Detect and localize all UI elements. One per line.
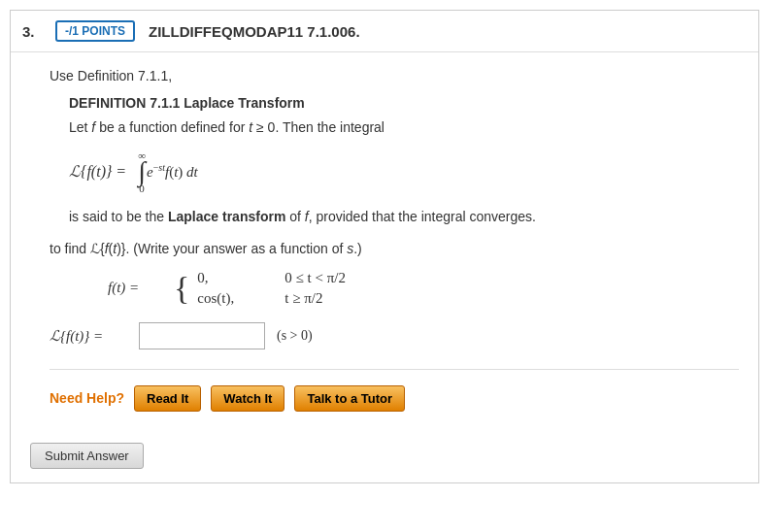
definition-title: DEFINITION 7.1.1 Laplace Transform <box>69 95 739 111</box>
question-header: 3. -/1 POINTS ZILLDIFFEQMODAP11 7.1.006. <box>11 11 758 52</box>
formula-line: ℒ{f(t)} = ∞ ∫ 0 e−stf(t) dt <box>69 150 739 193</box>
piecewise-cases: 0, 0 ≤ t < π/2 cos(t), t ≥ π/2 <box>197 270 382 307</box>
integral-block: ∞ ∫ 0 e−stf(t) dt <box>138 150 198 193</box>
help-row: Need Help? Read It Watch It Talk to a Tu… <box>50 385 739 412</box>
intro-text: Use Definition 7.1.1, <box>50 68 739 83</box>
problem-code: ZILLDIFFEQMODAP11 7.1.006. <box>149 23 360 40</box>
submit-row: Submit Answer <box>11 433 758 482</box>
case2-condition: t ≥ π/2 <box>284 290 382 307</box>
definition-box: DEFINITION 7.1.1 Laplace Transform Let f… <box>69 95 739 138</box>
definition-body: Let f be a function defined for t ≥ 0. T… <box>69 116 739 138</box>
read-it-button[interactable]: Read It <box>134 385 201 412</box>
case2-value: cos(t), <box>197 290 255 307</box>
big-brace: { <box>174 270 189 307</box>
answer-label: ℒ{f(t)} = <box>50 327 127 345</box>
question-container: 3. -/1 POINTS ZILLDIFFEQMODAP11 7.1.006.… <box>10 10 759 483</box>
answer-row: ℒ{f(t)} = (s > 0) <box>50 322 739 349</box>
piecewise-row: f(t) = { 0, 0 ≤ t < π/2 cos(t), t ≥ π/2 <box>108 270 739 307</box>
definition-converges: is said to be the Laplace transform of f… <box>69 206 739 227</box>
piecewise-case-1: 0, 0 ≤ t < π/2 <box>197 270 382 286</box>
question-body: Use Definition 7.1.1, DEFINITION 7.1.1 L… <box>11 52 758 433</box>
case1-value: 0, <box>197 270 255 286</box>
integral-symbol: ∫ <box>138 159 146 183</box>
points-badge: -/1 POINTS <box>55 20 135 42</box>
need-help-label: Need Help? <box>50 390 124 406</box>
integral-lower-limit: 0 <box>139 183 145 194</box>
talk-to-tutor-button[interactable]: Talk to a Tutor <box>294 385 405 412</box>
find-text: to find ℒ{f(t)}. (Write your answer as a… <box>50 241 739 256</box>
piecewise-label: f(t) = <box>108 280 166 296</box>
formula-lhs: ℒ{f(t)} = <box>69 162 126 181</box>
submit-button[interactable]: Submit Answer <box>30 443 144 469</box>
watch-it-button[interactable]: Watch It <box>211 385 284 412</box>
brace-container: { 0, 0 ≤ t < π/2 cos(t), t ≥ π/2 <box>174 270 382 307</box>
answer-input[interactable] <box>139 322 265 349</box>
converges-line: is said to be the Laplace transform of f… <box>69 206 739 227</box>
case1-condition: 0 ≤ t < π/2 <box>284 270 382 286</box>
question-number: 3. <box>22 23 42 40</box>
integrand: e−stf(t) dt <box>147 162 198 181</box>
divider <box>50 369 739 370</box>
definition-line1: Let f be a function defined for t ≥ 0. T… <box>69 116 739 138</box>
piecewise-case-2: cos(t), t ≥ π/2 <box>197 290 382 307</box>
answer-condition: (s > 0) <box>277 328 313 344</box>
piecewise-block: f(t) = { 0, 0 ≤ t < π/2 cos(t), t ≥ π/2 <box>108 270 739 307</box>
